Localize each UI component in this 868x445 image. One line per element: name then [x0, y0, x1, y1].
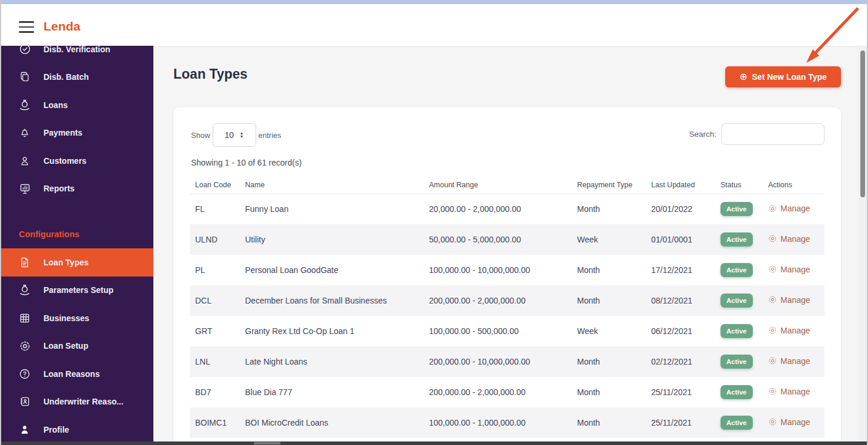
table-row: BOIMC1 BOI MicroCredit Loans 100,000.00 …	[190, 407, 825, 438]
column-header-last-updated: Last Updated	[646, 176, 715, 194]
manage-button[interactable]: Manage	[768, 265, 810, 274]
sidebar-item-label: Loans	[43, 100, 68, 110]
search-control: Search:	[689, 123, 825, 145]
cell-loan-code: PL	[190, 255, 240, 285]
hamburger-menu-icon[interactable]	[19, 21, 34, 33]
sidebar-item-customers[interactable]: Customers	[1, 147, 153, 175]
bell-icon	[18, 126, 32, 140]
sidebar-item-parameters-setup[interactable]: Parameters Setup	[1, 277, 153, 305]
scrollbar-thumb[interactable]	[860, 50, 865, 197]
cell-name: Personal Loan GoodGate	[240, 255, 424, 285]
manage-button[interactable]: Manage	[768, 387, 810, 396]
cell-amount-range: 50,000.00 - 5,000,000.00	[424, 224, 572, 255]
window-top-edge	[1, 0, 867, 4]
manage-button[interactable]: Manage	[768, 326, 810, 335]
sidebar-item-payments[interactable]: Payments	[1, 119, 153, 147]
cell-name: Late Night Loans	[240, 346, 424, 377]
manage-button[interactable]: Manage	[768, 234, 810, 244]
sidebar-item-disb-batch[interactable]: Disb. Batch	[1, 63, 153, 92]
money-hand-icon	[18, 283, 32, 297]
search-input[interactable]	[721, 123, 825, 145]
cell-loan-code: BD7	[190, 377, 240, 407]
cell-repayment-type: Month	[572, 285, 646, 316]
gear-icon	[768, 356, 777, 365]
sidebar-item-label: Disb. Verification	[43, 46, 110, 54]
gear-icon	[768, 295, 777, 304]
cell-repayment-type: Week	[572, 316, 646, 346]
sidebar-item-profile[interactable]: Profile	[1, 416, 153, 441]
sidebar-item-underwriter-reasons[interactable]: Underwriter Reaso...	[1, 388, 153, 416]
cell-amount-range: 200,000.00 - 2,000,000.00	[424, 377, 572, 407]
sidebar-item-loan-reasons[interactable]: Loan Reasons	[1, 360, 153, 388]
cell-last-updated: 01/01/0001	[646, 224, 715, 255]
plus-circle-icon: ⊕	[739, 72, 747, 82]
sidebar-item-label: Loan Setup	[43, 341, 88, 350]
cell-loan-code: DCL	[190, 285, 240, 316]
manage-button[interactable]: Manage	[768, 356, 810, 366]
gear-icon	[18, 339, 32, 353]
gear-icon	[768, 417, 777, 426]
entries-label: entries	[259, 131, 281, 140]
cell-loan-code: GRT	[190, 316, 240, 346]
cell-last-updated: 25/11/2021	[646, 377, 715, 407]
cell-repayment-type: Month	[572, 255, 646, 285]
cell-last-updated: 20/01/2022	[646, 194, 715, 224]
sidebar-item-reports[interactable]: Reports	[1, 175, 153, 203]
sidebar-item-loan-setup[interactable]: Loan Setup	[1, 332, 153, 360]
horizontal-scrollbar-thumb[interactable]	[254, 442, 280, 444]
status-badge: Active	[720, 294, 753, 308]
status-badge: Active	[720, 263, 753, 277]
money-hand-icon	[18, 98, 32, 112]
sidebar-item-label: Loan Reasons	[43, 369, 100, 379]
app-window: Lenda Disb. Verification Disb. Batch Lo	[0, 0, 868, 445]
cell-repayment-type: Month	[572, 377, 646, 407]
loan-types-card: Show 10 ▲▼ entries Search: Showing 1 - 1…	[173, 107, 841, 445]
manage-button[interactable]: Manage	[768, 417, 810, 427]
page-size-control: Show 10 ▲▼ entries	[191, 123, 281, 147]
gear-icon	[768, 326, 777, 335]
app-logo: Lenda	[43, 19, 81, 33]
manage-button[interactable]: Manage	[768, 295, 810, 305]
check-circle-icon	[18, 46, 32, 56]
user-icon	[18, 154, 32, 168]
table-row: LNL Late Night Loans 200,000.00 - 10,000…	[190, 346, 825, 377]
cell-last-updated: 17/12/2021	[646, 255, 715, 285]
cell-loan-code: BOIMC1	[190, 407, 240, 438]
page-size-value: 10	[224, 130, 234, 140]
cell-name: Blue Dia 777	[240, 377, 424, 407]
sidebar-item-businesses[interactable]: Businesses	[1, 304, 153, 332]
chart-board-icon	[18, 181, 32, 195]
sidebar-item-disb-verification[interactable]: Disb. Verification	[1, 46, 153, 63]
cell-loan-code: FL	[190, 194, 240, 224]
page-size-select[interactable]: 10 ▲▼	[213, 123, 256, 147]
sidebar-item-label: Profile	[43, 425, 69, 434]
sidebar-item-loan-types[interactable]: Loan Types	[1, 248, 153, 277]
vertical-scrollbar[interactable]	[859, 46, 867, 441]
sidebar-item-label: Customers	[43, 156, 86, 166]
cell-name: Granty Rex Ltd Co-Op Loan 1	[240, 316, 424, 346]
manage-label: Manage	[780, 234, 810, 244]
table-row: GRT Granty Rex Ltd Co-Op Loan 1 100,000.…	[190, 316, 825, 346]
sidebar-item-label: Businesses	[43, 313, 89, 323]
table-row: DCL December Loans for Small Businesses …	[190, 285, 825, 316]
help-circle-icon	[18, 367, 32, 381]
page-title: Loan Types	[173, 66, 247, 82]
cell-amount-range: 200,000.00 - 2,000,000.00	[424, 285, 572, 316]
sidebar-item-label: Loan Types	[43, 258, 89, 267]
show-label: Show	[191, 131, 210, 140]
set-new-loan-type-button[interactable]: ⊕ Set New Loan Type	[725, 66, 841, 87]
gear-icon	[768, 234, 777, 243]
manage-button[interactable]: Manage	[768, 204, 810, 213]
table-row: BD7 Blue Dia 777 200,000.00 - 2,000,000.…	[190, 377, 825, 407]
status-badge: Active	[720, 202, 753, 216]
column-header-name: Name	[240, 176, 424, 194]
manage-label: Manage	[780, 204, 810, 213]
cell-amount-range: 100,000.00 - 1,000,000.00	[424, 407, 572, 438]
sidebar-item-label: Parameters Setup	[43, 285, 113, 295]
column-header-actions: Actions	[763, 176, 825, 194]
column-header-loan-code: Loan Code	[190, 176, 240, 194]
table-row: PL Personal Loan GoodGate 100,000.00 - 1…	[190, 255, 825, 285]
status-badge: Active	[720, 324, 753, 338]
manage-label: Manage	[780, 265, 810, 274]
sidebar-item-loans[interactable]: Loans	[1, 91, 153, 119]
